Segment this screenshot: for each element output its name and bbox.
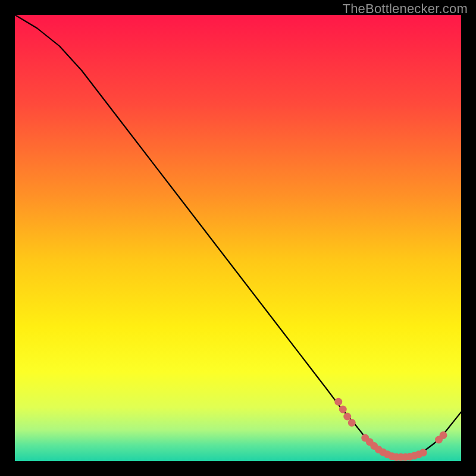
chart-marker xyxy=(440,431,447,439)
chart-plot xyxy=(15,15,461,461)
chart-background xyxy=(15,15,461,461)
chart-marker xyxy=(348,419,356,427)
chart-marker xyxy=(343,413,351,421)
chart-stage: TheBottlenecker.com xyxy=(0,0,476,476)
chart-marker xyxy=(339,406,347,414)
chart-svg xyxy=(15,15,461,461)
chart-marker xyxy=(334,398,342,406)
chart-marker xyxy=(419,449,427,456)
